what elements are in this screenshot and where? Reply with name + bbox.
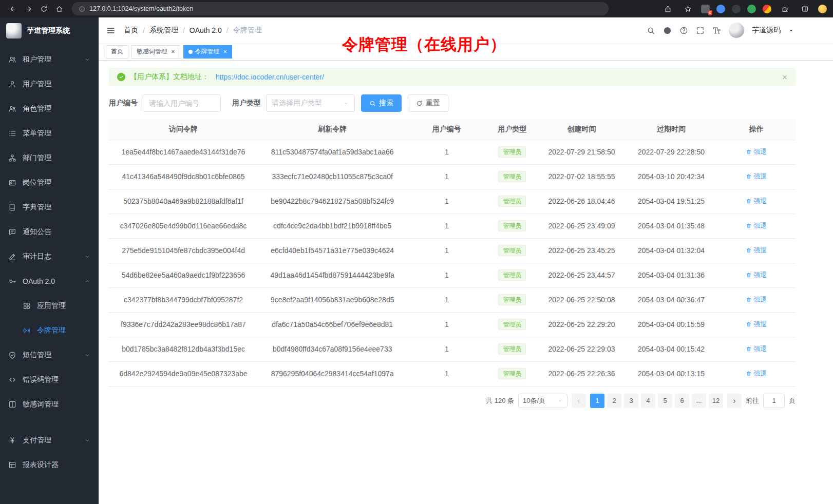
page-size-select[interactable]: 10条/页	[518, 394, 567, 408]
user-type-tag: 管理员	[498, 146, 526, 158]
page-button-5[interactable]: 5	[658, 394, 672, 408]
user-avatar[interactable]	[729, 23, 744, 38]
url-bar[interactable]: 127.0.0.1:1024/system/oauth2/token	[72, 2, 609, 15]
force-logout-button[interactable]: 强退	[746, 246, 767, 255]
sidebar-item-4[interactable]: 部门管理	[0, 146, 99, 170]
close-tab-icon[interactable]: ×	[223, 48, 228, 55]
sidebar-item-label: 错误码管理	[23, 375, 59, 384]
cell-created-time: 2022-06-26 18:04:46	[538, 189, 626, 214]
user-type-select[interactable]: 请选择用户类型	[266, 94, 355, 112]
tab-0[interactable]: 首页	[106, 45, 128, 59]
breadcrumb-item-0[interactable]: 首页	[124, 26, 138, 35]
cell-access-token: 502375b8040a469a9b82188afdf6af1f	[109, 189, 258, 214]
force-logout-button[interactable]: 强退	[746, 344, 767, 354]
extension-green-icon[interactable]	[747, 5, 756, 13]
cell-action: 强退	[717, 263, 796, 287]
sidebar-toggle-icon[interactable]	[106, 26, 116, 35]
doc-link[interactable]: https://doc.iocoder.cn/user-center/	[216, 73, 324, 81]
force-logout-button[interactable]: 强退	[746, 221, 767, 230]
sidebar-item-5[interactable]: 岗位管理	[0, 170, 99, 195]
sidebar-item-16[interactable]: 报表设计器	[0, 453, 99, 477]
sidebar-item-10[interactable]: 应用管理	[0, 294, 99, 318]
cell-access-token: 6d842e2924594de9a09e45e087323abe	[109, 361, 258, 386]
cell-created-time: 2022-07-29 21:58:50	[538, 140, 626, 164]
force-logout-button[interactable]: 强退	[746, 320, 767, 329]
page-button-12[interactable]: 12	[709, 394, 723, 408]
user-name[interactable]: 芋道源码	[752, 26, 781, 35]
user-type-label: 用户类型	[232, 99, 261, 108]
sidebar-item-9[interactable]: OAuth 2.0	[0, 269, 99, 294]
extension-colorful-icon[interactable]	[763, 5, 771, 13]
prev-page-button[interactable]: ‹	[572, 394, 586, 408]
page-button-1[interactable]: 1	[590, 394, 604, 408]
sidebar-item-11[interactable]: 令牌管理	[0, 318, 99, 343]
site-info-icon[interactable]	[79, 6, 85, 12]
reset-button[interactable]: 重置	[408, 94, 448, 112]
page-button-3[interactable]: 3	[624, 394, 638, 408]
profile-avatar-icon[interactable]	[818, 5, 827, 13]
search-icon[interactable]	[647, 26, 655, 35]
bookmark-button[interactable]	[681, 2, 694, 15]
force-logout-button[interactable]: 强退	[746, 172, 767, 181]
force-logout-button[interactable]: 强退	[746, 270, 767, 280]
tab-label: 首页	[111, 47, 123, 56]
force-logout-button[interactable]: 强退	[746, 369, 767, 378]
goto-page-input[interactable]	[763, 394, 785, 408]
cell-expire-time: 2054-03-04 01:32:04	[625, 238, 717, 263]
page-button-4[interactable]: 4	[641, 394, 655, 408]
help-icon[interactable]	[679, 26, 688, 35]
sidebar-item-label: 支付管理	[23, 436, 51, 445]
force-logout-button[interactable]: 强退	[746, 295, 767, 304]
sidebar-item-2[interactable]: 角色管理	[0, 96, 99, 121]
extension-blue-icon[interactable]	[716, 5, 725, 13]
sidebar-item-0[interactable]: 租户管理	[0, 47, 99, 72]
sidebar-item-7[interactable]: 通知公告	[0, 220, 99, 244]
sidebar-item-15[interactable]: 支付管理	[0, 428, 99, 453]
forward-button[interactable]	[22, 2, 35, 15]
cell-action: 强退	[717, 140, 796, 164]
extension-badged-icon[interactable]: 6	[701, 5, 710, 13]
sidebar-item-14[interactable]: 敏感词管理	[0, 392, 99, 417]
extensions-menu-button[interactable]	[778, 2, 791, 15]
force-logout-button[interactable]: 强退	[746, 197, 767, 206]
user-menu-caret-icon[interactable]	[788, 28, 794, 33]
user-type-tag: 管理员	[498, 196, 526, 207]
github-icon[interactable]	[663, 26, 672, 35]
app-logo[interactable]: 芋道管理系统	[0, 17, 99, 44]
users-icon	[8, 105, 16, 113]
extension-dark-icon[interactable]	[732, 5, 741, 13]
alert-close-icon[interactable]: ×	[782, 73, 787, 82]
page-button-2[interactable]: 2	[607, 394, 621, 408]
user-id-input[interactable]	[143, 94, 221, 112]
sidebar-item-12[interactable]: 短信管理	[0, 343, 99, 367]
app-window: 芋道管理系统 租户管理用户管理角色管理菜单管理部门管理岗位管理字典管理通知公告审…	[0, 17, 833, 504]
cell-action: 强退	[717, 164, 796, 189]
sidebar-item-8[interactable]: 审计日志	[0, 244, 99, 269]
tab-2[interactable]: 令牌管理×	[183, 45, 233, 59]
sidebar-item-label: 短信管理	[23, 351, 51, 360]
reload-button[interactable]	[37, 2, 50, 15]
fullscreen-icon[interactable]	[696, 26, 705, 35]
side-panel-button[interactable]	[798, 2, 811, 15]
more-pages-button[interactable]: ...	[692, 394, 706, 408]
sidebar-item-1[interactable]: 用户管理	[0, 72, 99, 96]
breadcrumb-item-1[interactable]: 系统管理	[149, 26, 178, 35]
cell-access-token: 54d6be82ee5a460a9aedc1f9bf223656	[109, 263, 258, 287]
sidebar-item-3[interactable]: 菜单管理	[0, 121, 99, 146]
cell-user-id: 1	[407, 238, 486, 263]
home-button[interactable]	[52, 2, 66, 15]
token-table: 访问令牌刷新令牌用户编号用户类型创建时间过期时间操作 1ea5e44f8bc14…	[109, 119, 796, 386]
next-page-button[interactable]: ›	[727, 394, 742, 408]
sidebar-item-13[interactable]: 错误码管理	[0, 367, 99, 392]
tab-1[interactable]: 敏感词管理×	[131, 45, 180, 59]
page-button-6[interactable]: 6	[675, 394, 689, 408]
force-logout-button[interactable]: 强退	[746, 147, 767, 157]
back-button[interactable]	[6, 2, 20, 15]
breadcrumb-item-2[interactable]: OAuth 2.0	[190, 26, 222, 34]
search-button[interactable]: 搜索	[361, 94, 402, 112]
font-size-icon[interactable]	[712, 26, 721, 35]
share-button[interactable]	[661, 2, 674, 15]
sidebar-item-6[interactable]: 字典管理	[0, 195, 99, 220]
close-tab-icon[interactable]: ×	[171, 48, 175, 55]
table-row: 41c41346a548490f9dc8b01c6bfe0865333ecfc7…	[109, 164, 796, 189]
